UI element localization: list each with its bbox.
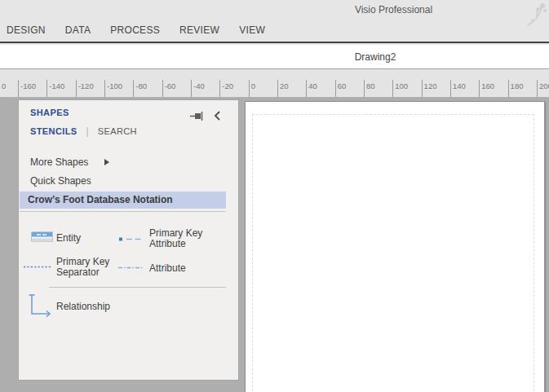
- submenu-arrow-icon: [104, 159, 109, 165]
- more-shapes-label: More Shapes: [30, 156, 88, 168]
- document-title: Drawing2: [310, 51, 441, 63]
- quick-shapes-label: Quick Shapes: [30, 175, 91, 187]
- more-shapes-button[interactable]: More Shapes: [30, 156, 109, 168]
- tab-review[interactable]: REVIEW: [179, 24, 219, 36]
- shape-attribute[interactable]: Attribute: [149, 263, 186, 274]
- tab-process[interactable]: PROCESS: [110, 24, 160, 36]
- shape-relationship[interactable]: Relationship: [56, 302, 110, 312]
- primary-key-attribute-icon[interactable]: [119, 236, 144, 243]
- tab-search[interactable]: SEARCH: [98, 126, 137, 136]
- stencil-divider: [20, 211, 226, 212]
- shape-primary-key-separator[interactable]: Primary Key Separator: [56, 257, 113, 278]
- attribute-icon[interactable]: [118, 266, 144, 270]
- shapes-panel-tabs: STENCILS | SEARCH: [30, 126, 137, 137]
- tab-design[interactable]: DESIGN: [7, 24, 46, 36]
- shape-group-divider: [49, 287, 226, 288]
- visio-window: Visio Professional DESIGN DATA PROCESS R…: [0, 0, 549, 392]
- active-stencil-header[interactable]: Crow’s Foot Database Notation: [20, 192, 226, 209]
- document-title-bar: Drawing2: [0, 45, 549, 69]
- relationship-icon[interactable]: [27, 293, 51, 317]
- shapes-panel: SHAPES STENCILS | SEARCH More Shapes: [18, 99, 239, 381]
- pin-icon[interactable]: [190, 111, 205, 121]
- primary-key-separator-icon[interactable]: [24, 265, 52, 269]
- tab-data[interactable]: DATA: [65, 24, 91, 36]
- chevron-left-icon[interactable]: [213, 110, 223, 121]
- drawing-canvas-area: SHAPES STENCILS | SEARCH More Shapes: [0, 97, 549, 392]
- shape-primary-key-attribute[interactable]: Primary Key Attribute: [149, 228, 203, 249]
- tab-separator: |: [86, 126, 89, 137]
- tab-view[interactable]: VIEW: [239, 24, 265, 36]
- drawing-page[interactable]: [245, 101, 545, 392]
- ribbon-bar: Visio Professional DESIGN DATA PROCESS R…: [0, 0, 549, 43]
- tab-stencils[interactable]: STENCILS: [30, 126, 77, 136]
- entity-icon[interactable]: [31, 231, 53, 242]
- ribbon-tab-row: DESIGN DATA PROCESS REVIEW VIEW: [7, 24, 265, 36]
- quick-shapes-button[interactable]: Quick Shapes: [30, 175, 91, 187]
- horizontal-ruler: 0-160-140-120-100-80-60-40-2002040608010…: [0, 70, 549, 97]
- shapes-panel-title: SHAPES: [30, 108, 69, 117]
- theme-decoration-icon: [523, 1, 547, 30]
- shape-entity[interactable]: Entity: [56, 233, 81, 244]
- page-margin-guide: [252, 114, 534, 392]
- app-title: Visio Professional: [310, 4, 477, 15]
